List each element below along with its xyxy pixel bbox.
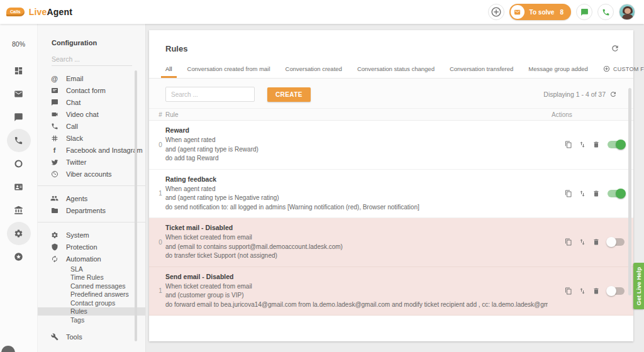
rail-chats[interactable] xyxy=(7,106,31,129)
sidebar-item-video-chat[interactable]: Video chat xyxy=(38,108,145,120)
sidebar-item-contact-form[interactable]: Contact form xyxy=(38,84,145,96)
rail-social[interactable] xyxy=(7,152,31,175)
table-row[interactable]: 0 Ticket mail - Disabled When ticket cre… xyxy=(149,218,633,267)
sidebar-scrollbar[interactable] xyxy=(135,70,137,341)
tab-conversation-status-changed[interactable]: Conversation status changed xyxy=(357,65,435,78)
sidebar-subitem-contact-groups[interactable]: Contact groups xyxy=(38,299,145,307)
tab-conversation-transfered[interactable]: Conversation transfered xyxy=(450,65,513,78)
sidebar-item-agents[interactable]: Agents xyxy=(38,192,145,204)
rule-action: do send notification to: all logged in a… xyxy=(165,203,548,212)
subitem-label: SLA xyxy=(70,265,83,273)
get-live-help-button[interactable]: Get Live Help xyxy=(633,263,644,309)
reorder-button[interactable] xyxy=(579,141,586,148)
table-row[interactable]: 1 Send email - Disabled When ticket crea… xyxy=(149,267,633,316)
enable-toggle[interactable] xyxy=(608,190,625,197)
chat-icon xyxy=(14,113,23,122)
avatar[interactable] xyxy=(619,4,635,20)
sidebar-item-call[interactable]: Call xyxy=(38,120,145,132)
sidebar-item-email[interactable]: @Email xyxy=(38,72,145,84)
rail-items xyxy=(0,59,37,268)
rail-academy[interactable] xyxy=(7,199,31,222)
copy-button[interactable] xyxy=(565,141,572,148)
corner-widget xyxy=(1,346,15,352)
reorder-button[interactable] xyxy=(579,238,586,246)
sidebar-subitem-sla[interactable]: SLA xyxy=(38,265,145,273)
custom-filter-button[interactable]: CUSTOM FILTER xyxy=(603,65,644,78)
to-solve-button[interactable]: To solve 8 xyxy=(509,4,571,20)
sidebar-divider xyxy=(38,185,145,186)
sidebar-subitem-time-rules[interactable]: Time Rules xyxy=(38,273,145,282)
sidebar-subitem-canned-messages[interactable]: Canned messages xyxy=(38,282,145,290)
enable-toggle[interactable] xyxy=(608,141,625,148)
sidebar-item-label: Slack xyxy=(66,135,83,142)
copy-icon xyxy=(565,190,572,197)
rule-body: Ticket mail - Disabled When ticket creat… xyxy=(165,224,554,261)
rule-condition: and (customer group is VIP) xyxy=(165,291,548,300)
rail-dashboard[interactable] xyxy=(7,59,31,82)
subitem-label: Rules xyxy=(70,307,87,315)
sidebar-item-facebook[interactable]: fFacebook and Instagram xyxy=(38,144,145,156)
tab-conversation-created-from-mail[interactable]: Conversation created from mail xyxy=(187,65,270,78)
table-row[interactable]: 1 Rating feedback When agent rated and (… xyxy=(149,170,633,219)
import-export-icon xyxy=(579,287,586,295)
rule-title: Reward xyxy=(165,126,548,134)
enable-toggle[interactable] xyxy=(608,238,625,246)
contact-card-icon xyxy=(14,182,23,192)
avatar-face xyxy=(625,8,631,14)
rail-tickets[interactable] xyxy=(7,82,31,106)
rail-customers[interactable] xyxy=(7,175,31,199)
chats-button[interactable] xyxy=(576,4,592,20)
rule-title: Ticket mail - Disabled xyxy=(165,224,548,231)
rules-search-input[interactable] xyxy=(165,87,255,102)
rule-actions xyxy=(554,141,625,148)
column-actions: Actions xyxy=(552,111,617,118)
tab-all[interactable]: All xyxy=(165,65,172,78)
liveagent-logo[interactable]: Calls LiveAgent xyxy=(6,7,72,17)
sidebar-item-slack[interactable]: Slack xyxy=(38,132,145,144)
sidebar-item-automation[interactable]: Automation xyxy=(38,253,145,265)
sidebar-item-twitter[interactable]: Twitter xyxy=(38,156,145,168)
sidebar-item-system[interactable]: System xyxy=(38,229,145,241)
tab-message-group-added[interactable]: Message group added xyxy=(528,65,588,78)
sidebar-subitem-rules[interactable]: Rules xyxy=(38,307,145,316)
delete-button[interactable] xyxy=(592,141,600,148)
enable-toggle[interactable] xyxy=(608,287,625,295)
calls-button[interactable] xyxy=(597,4,614,20)
sidebar-item-chat[interactable]: Chat xyxy=(38,96,145,108)
delete-button[interactable] xyxy=(592,238,600,246)
add-button[interactable] xyxy=(488,4,504,20)
reorder-button[interactable] xyxy=(579,287,586,295)
sidebar-item-viber[interactable]: Viber accounts xyxy=(38,168,145,180)
copy-button[interactable] xyxy=(565,287,572,295)
rule-order: 0 xyxy=(155,239,165,246)
tab-conversation-created[interactable]: Conversation created xyxy=(286,65,342,78)
copy-button[interactable] xyxy=(565,238,572,246)
toggle-knob xyxy=(606,286,616,296)
sidebar-subitem-tags[interactable]: Tags xyxy=(38,316,145,324)
rule-title: Send email - Disabled xyxy=(165,273,548,280)
sidebar-item-protection[interactable]: Protection xyxy=(38,241,145,253)
rail-calls[interactable] xyxy=(7,129,31,152)
rule-condition: and (agent rating type is Negative ratin… xyxy=(165,194,548,203)
rule-actions xyxy=(554,238,625,246)
import-export-icon xyxy=(579,190,586,197)
delete-button[interactable] xyxy=(592,190,600,197)
reorder-button[interactable] xyxy=(579,190,586,197)
panel-scrollbar[interactable] xyxy=(628,88,631,295)
sidebar-search-input[interactable] xyxy=(52,54,132,66)
table-header: # Rule Actions xyxy=(149,108,633,121)
delete-button[interactable] xyxy=(592,287,600,295)
sidebar-item-departments[interactable]: Departments xyxy=(38,204,145,216)
configuration-sidebar: Configuration @Email Contact form Chat V… xyxy=(38,24,146,352)
table-row[interactable]: 0 Reward When agent rated and (agent rat… xyxy=(149,121,633,170)
sidebar-item-tools[interactable]: Tools xyxy=(38,331,145,343)
rail-starred[interactable] xyxy=(7,245,31,268)
list-refresh-button[interactable] xyxy=(609,91,617,98)
panel-refresh-button[interactable] xyxy=(611,44,619,53)
rail-configuration[interactable] xyxy=(7,222,31,245)
copy-button[interactable] xyxy=(565,190,572,197)
sync-icon xyxy=(50,255,58,263)
import-export-icon xyxy=(579,141,586,148)
create-button[interactable]: CREATE xyxy=(267,87,311,102)
sidebar-subitem-predefined-answers[interactable]: Predefined answers xyxy=(38,290,145,299)
